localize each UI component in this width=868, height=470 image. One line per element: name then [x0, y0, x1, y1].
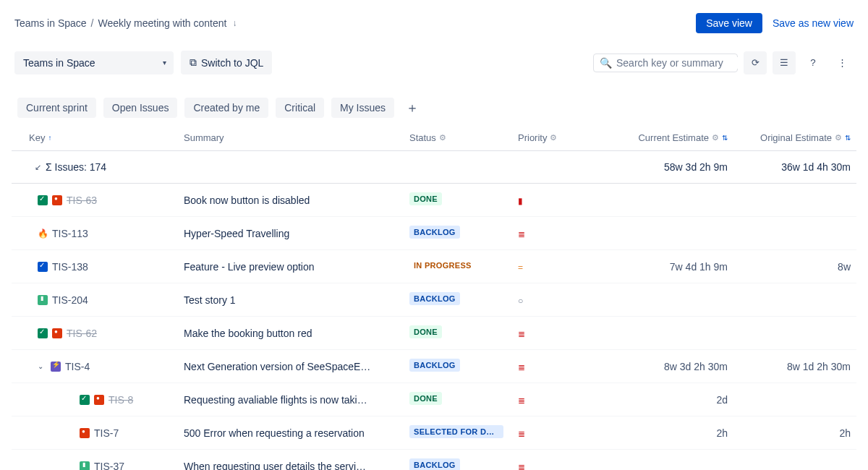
status-lozenge[interactable]: BACKLOG — [409, 359, 460, 372]
status-lozenge[interactable]: BACKLOG — [409, 226, 460, 239]
save-view-button[interactable]: Save view — [696, 13, 762, 33]
gear-icon[interactable]: ⚙ — [439, 133, 446, 142]
issue-summary[interactable]: Make the booking button red — [184, 328, 409, 339]
switch-to-jql-button[interactable]: ⧉ Switch to JQL — [181, 51, 272, 74]
column-header-original-estimate[interactable]: Original Estimate ⚙ ⇅ — [728, 132, 851, 143]
column-header-current-estimate[interactable]: Current Estimate ⚙ ⇅ — [605, 132, 728, 143]
priority-icon: ≣ — [518, 462, 525, 471]
breadcrumb-root[interactable]: Teams in Space — [14, 17, 87, 29]
current-estimate-value: 7w 4d 1h 9m — [605, 261, 728, 273]
table-row[interactable]: TIS-8Requesting avaliable flights is now… — [12, 383, 856, 416]
refresh-button[interactable]: ⟳ — [744, 51, 767, 74]
hierarchy-icon[interactable]: ↙ — [35, 163, 41, 172]
table-row[interactable]: TIS-138Feature - Live preview optionIN P… — [12, 250, 856, 283]
story-icon — [38, 295, 48, 305]
table-row[interactable]: TIS-62Make the booking button redDONE≣ — [12, 317, 856, 350]
status-lozenge[interactable]: DONE — [409, 392, 442, 405]
column-header-key[interactable]: Key ↑ — [17, 132, 184, 143]
totals-label: Σ Issues: 174 — [46, 161, 106, 173]
chevron-down-icon: ▾ — [163, 59, 166, 67]
column-key-label: Key — [29, 132, 45, 143]
issue-summary[interactable]: Test story 1 — [184, 294, 409, 306]
gear-icon[interactable]: ⚙ — [835, 133, 842, 142]
gear-icon[interactable]: ⚙ — [712, 133, 719, 142]
priority-icon: = — [518, 262, 523, 273]
column-header-priority[interactable]: Priority ⚙ — [518, 132, 605, 143]
expand-caret-icon[interactable]: ⌄ — [38, 362, 46, 370]
priority-icon: ≣ — [518, 362, 525, 372]
check-icon — [38, 328, 48, 338]
totals-original-estimate: 36w 1d 4h 30m — [728, 161, 851, 173]
search-input[interactable] — [616, 57, 743, 69]
project-select[interactable]: Teams in Space ▾ — [14, 51, 174, 74]
table-row[interactable]: 🔥TIS-113Hyper-Speed TravellingBACKLOG≣ — [12, 217, 856, 250]
issue-key-link[interactable]: TIS-37 — [94, 461, 124, 471]
table-row[interactable]: TIS-204Test story 1BACKLOG○ — [12, 283, 856, 317]
gear-icon[interactable]: ⚙ — [550, 133, 557, 142]
filter-chip[interactable]: My Issues — [331, 98, 394, 118]
filter-chip[interactable]: Critical — [276, 98, 324, 118]
current-estimate-value: 2h — [605, 427, 728, 439]
refresh-icon: ⟳ — [752, 57, 760, 68]
save-as-new-view-link[interactable]: Save as new view — [773, 17, 854, 29]
filter-chip[interactable]: Open Issues — [103, 98, 178, 118]
project-select-value: Teams in Space — [23, 57, 95, 69]
issue-key-link[interactable]: TIS-63 — [67, 195, 97, 206]
table-row[interactable]: TIS-7500 Error when requesting a reserva… — [12, 416, 856, 450]
search-input-wrap[interactable]: 🔍 ⊘ — [593, 54, 738, 72]
issue-summary[interactable]: Requesting avaliable flights is now taki… — [184, 394, 409, 406]
issue-key-link[interactable]: TIS-4 — [65, 361, 90, 372]
column-status-label: Status — [409, 132, 436, 143]
issue-key-link[interactable]: TIS-138 — [52, 261, 88, 273]
issue-key-link[interactable]: TIS-62 — [67, 328, 97, 339]
bug-icon — [94, 395, 104, 405]
priority-icon: ○ — [518, 296, 523, 306]
status-lozenge[interactable]: IN PROGRESS — [409, 259, 476, 272]
bug-icon — [52, 328, 62, 338]
status-lozenge[interactable]: DONE — [409, 325, 442, 338]
breadcrumb-current[interactable]: Weekly meeting with content — [98, 17, 227, 29]
issue-key-link[interactable]: TIS-7 — [94, 427, 119, 439]
issue-summary[interactable]: Book now button is disabled — [184, 195, 409, 206]
add-filter-button[interactable]: ＋ — [401, 99, 423, 116]
table-row[interactable]: ⌄TIS-4Next Generation version of SeeSpac… — [12, 350, 856, 383]
more-menu-button[interactable]: ⋮ — [830, 51, 854, 74]
breadcrumb: Teams in Space / Weekly meeting with con… — [14, 17, 237, 29]
issue-summary[interactable]: Feature - Live preview option — [184, 261, 409, 273]
filter-chip[interactable]: Created by me — [184, 98, 268, 118]
issue-summary[interactable]: Next Generation version of SeeSpaceE… — [184, 361, 409, 372]
kebab-icon: ⋮ — [838, 57, 847, 68]
column-header-status[interactable]: Status ⚙ — [409, 132, 518, 143]
table-row[interactable]: TIS-37When requesting user details the s… — [12, 450, 856, 470]
issue-key-link[interactable]: TIS-113 — [52, 228, 88, 239]
priority-icon: ≣ — [518, 429, 525, 439]
issue-key-link[interactable]: TIS-8 — [109, 394, 133, 406]
sort-handle-icon[interactable]: ⇅ — [722, 134, 728, 142]
totals-row: ↙ Σ Issues: 174 58w 3d 2h 9m 36w 1d 4h 3… — [12, 151, 856, 184]
issue-summary[interactable]: When requesting user details the servi… — [184, 461, 409, 471]
original-estimate-value: 8w 1d 2h 30m — [728, 361, 851, 372]
epic-icon — [51, 362, 61, 372]
table-header: Key ↑ Summary Status ⚙ Priority ⚙ Curren… — [12, 125, 856, 151]
jql-icon: ⧉ — [190, 56, 197, 69]
status-lozenge[interactable]: BACKLOG — [409, 292, 460, 305]
issue-key-link[interactable]: TIS-204 — [52, 294, 88, 306]
column-original-est-label: Original Estimate — [760, 132, 832, 143]
table-row[interactable]: TIS-63Book now button is disabledDONE▮ — [12, 184, 856, 217]
priority-icon: ≣ — [518, 229, 525, 239]
filters-row: Current sprintOpen IssuesCreated by meCr… — [0, 82, 868, 125]
status-lozenge[interactable]: DONE — [409, 192, 442, 205]
issue-summary[interactable]: 500 Error when requesting a reservation — [184, 427, 409, 439]
help-button[interactable]: ? — [801, 51, 825, 74]
story-icon — [80, 461, 90, 471]
sort-button[interactable]: ☰ — [773, 51, 796, 74]
sort-icon: ☰ — [780, 57, 788, 68]
status-lozenge[interactable]: BACKLOG — [409, 458, 460, 470]
sort-handle-icon[interactable]: ⇅ — [845, 134, 851, 142]
filter-chip[interactable]: Current sprint — [17, 98, 96, 118]
column-header-summary[interactable]: Summary — [184, 132, 409, 143]
priority-icon: ≣ — [518, 396, 525, 406]
sort-asc-icon: ↑ — [48, 134, 51, 142]
issue-summary[interactable]: Hyper-Speed Travelling — [184, 228, 409, 239]
status-lozenge[interactable]: SELECTED FOR DEVEL… — [409, 425, 503, 438]
